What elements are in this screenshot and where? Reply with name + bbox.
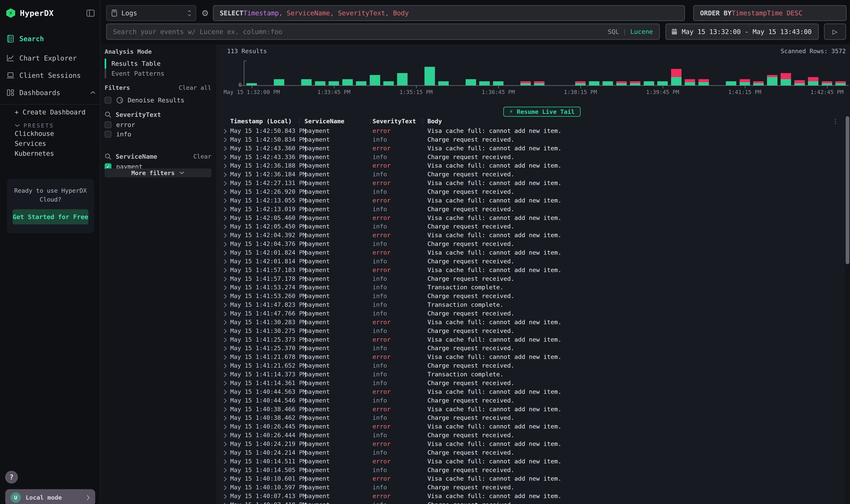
row-expand-chevron-icon[interactable]	[223, 413, 227, 422]
scrollbar-thumb[interactable]	[846, 116, 849, 264]
log-table-row[interactable]: May 15 1:42:01.814 PMpaymentinfoCharge r…	[218, 257, 843, 266]
row-expand-chevron-icon[interactable]	[223, 179, 227, 187]
histogram-bar[interactable]	[479, 81, 490, 86]
histogram-bar[interactable]	[329, 81, 339, 86]
histogram-bar[interactable]	[767, 75, 777, 85]
row-expand-chevron-icon[interactable]	[223, 205, 227, 214]
account-menu[interactable]: U Local mode	[5, 489, 95, 504]
log-table-row[interactable]: May 15 1:41:14.373 PMpaymentinfoTransact…	[218, 370, 843, 379]
histogram-bar[interactable]	[753, 81, 764, 86]
row-expand-chevron-icon[interactable]	[223, 135, 227, 144]
mode-results-table[interactable]: Results Table	[105, 59, 211, 69]
log-table-row[interactable]: May 15 1:40:24.219 PMpaymenterrorVisa ca…	[218, 440, 843, 448]
row-expand-chevron-icon[interactable]	[223, 327, 227, 335]
log-table-row[interactable]: May 15 1:41:21.652 PMpaymentinfoCharge r…	[218, 361, 843, 370]
row-expand-chevron-icon[interactable]	[223, 457, 227, 466]
histogram-bar[interactable]	[315, 81, 325, 86]
log-table-row[interactable]: May 15 1:40:14.505 PMpaymentinfoCharge r…	[218, 466, 843, 474]
sidebar-item-dashboards[interactable]: Dashboards	[6, 87, 96, 98]
histogram-bar[interactable]	[589, 81, 599, 86]
log-table-row[interactable]: May 15 1:41:53.260 PMpaymentinfoCharge r…	[218, 292, 843, 301]
log-table-row[interactable]: May 15 1:40:26.445 PMpaymenterrorVisa ca…	[218, 422, 843, 431]
row-expand-chevron-icon[interactable]	[223, 492, 227, 501]
clear-all-filters-button[interactable]: Clear all	[179, 84, 211, 91]
log-table-row[interactable]: May 15 1:41:30.275 PMpaymentinfoCharge r…	[218, 327, 843, 335]
log-table-row[interactable]: May 15 1:41:21.678 PMpaymenterrorVisa ca…	[218, 353, 843, 361]
row-expand-chevron-icon[interactable]	[223, 266, 227, 274]
row-expand-chevron-icon[interactable]	[223, 309, 227, 318]
results-histogram[interactable]	[245, 61, 848, 85]
row-expand-chevron-icon[interactable]	[223, 144, 227, 153]
log-table-row[interactable]: May 15 1:42:01.824 PMpaymenterrorVisa ca…	[218, 248, 843, 257]
log-table-row[interactable]: May 15 1:42:04.392 PMpaymenterrorVisa ca…	[218, 231, 843, 240]
log-table-row[interactable]: May 15 1:42:13.055 PMpaymenterrorVisa ca…	[218, 196, 843, 205]
row-expand-chevron-icon[interactable]	[223, 388, 227, 396]
row-expand-chevron-icon[interactable]	[223, 153, 227, 161]
row-expand-chevron-icon[interactable]	[223, 422, 227, 431]
histogram-bar[interactable]	[644, 81, 654, 86]
order-by-input[interactable]: ORDER BY TimestampTime DESC	[693, 5, 847, 21]
preset-services[interactable]: Services	[15, 140, 46, 147]
histogram-bar[interactable]	[370, 75, 380, 85]
date-range-picker[interactable]: May 15 13:32:00 - May 15 13:43:00	[666, 23, 819, 40]
sidebar-item-search[interactable]: Search	[6, 34, 96, 44]
histogram-bar[interactable]	[726, 81, 736, 86]
row-expand-chevron-icon[interactable]	[223, 353, 227, 361]
log-table-row[interactable]: May 15 1:42:36.188 PMpaymenterrorVisa ca…	[218, 161, 843, 170]
language-lucene-option[interactable]: Lucene	[630, 28, 653, 35]
log-table-row[interactable]: May 15 1:40:10.601 PMpaymenterrorVisa ca…	[218, 474, 843, 483]
filter-checkbox[interactable]	[105, 121, 111, 128]
row-expand-chevron-icon[interactable]	[223, 257, 227, 266]
row-expand-chevron-icon[interactable]	[223, 474, 227, 483]
row-expand-chevron-icon[interactable]	[223, 187, 227, 196]
histogram-bar[interactable]	[356, 81, 366, 86]
run-query-button[interactable]: ▷	[824, 23, 846, 40]
mode-event-patterns[interactable]: Event Patterns	[105, 69, 211, 78]
preset-kubernetes[interactable]: Kubernetes	[15, 150, 54, 157]
histogram-bar[interactable]	[424, 67, 435, 85]
row-expand-chevron-icon[interactable]	[223, 161, 227, 170]
row-expand-chevron-icon[interactable]	[223, 501, 227, 504]
log-table-row[interactable]: May 15 1:42:05.460 PMpaymenterrorVisa ca…	[218, 214, 843, 222]
histogram-bar[interactable]	[274, 79, 284, 85]
row-expand-chevron-icon[interactable]	[223, 301, 227, 309]
log-table-row[interactable]: May 15 1:40:07.410 PMpaymentinfoCharge r…	[218, 501, 843, 504]
preset-clickhouse[interactable]: Clickhouse	[15, 130, 54, 138]
column-header-body[interactable]: Body	[428, 118, 442, 125]
row-expand-chevron-icon[interactable]	[223, 361, 227, 370]
filter-option-label[interactable]: error	[116, 121, 135, 128]
histogram-bar[interactable]	[602, 81, 613, 86]
histogram-bar[interactable]	[630, 81, 640, 86]
log-table-row[interactable]: May 15 1:42:43.336 PMpaymentinfoCharge r…	[218, 153, 843, 161]
sidebar-item-client-sessions[interactable]: Client Sessions	[6, 70, 96, 80]
sql-select-input[interactable]: SELECT Timestamp, ServiceName, SeverityT…	[213, 5, 685, 21]
histogram-bar[interactable]	[493, 81, 504, 86]
log-table-row[interactable]: May 15 1:40:44.563 PMpaymenterrorVisa ca…	[218, 388, 843, 396]
row-expand-chevron-icon[interactable]	[223, 379, 227, 388]
row-expand-chevron-icon[interactable]	[223, 335, 227, 344]
histogram-bar[interactable]	[822, 81, 832, 86]
column-header-severitytext[interactable]: SeverityText	[373, 118, 416, 125]
histogram-bar[interactable]	[740, 79, 750, 85]
log-table-row[interactable]: May 15 1:42:13.019 PMpaymentinfoCharge r…	[218, 205, 843, 214]
language-sql-option[interactable]: SQL	[608, 28, 619, 35]
log-table-row[interactable]: May 15 1:40:44.546 PMpaymentinfoCharge r…	[218, 396, 843, 405]
filter-option-label[interactable]: info	[116, 131, 131, 138]
log-table-row[interactable]: May 15 1:41:14.361 PMpaymentinfoCharge r…	[218, 379, 843, 388]
log-table-row[interactable]: May 15 1:41:25.373 PMpaymenterrorVisa ca…	[218, 335, 843, 344]
histogram-bar[interactable]	[247, 83, 257, 85]
log-table-row[interactable]: May 15 1:41:57.183 PMpaymenterrorVisa ca…	[218, 266, 843, 274]
log-table-row[interactable]: May 15 1:40:24.214 PMpaymentinfoCharge r…	[218, 448, 843, 457]
source-select[interactable]: Logs	[106, 5, 196, 21]
row-expand-chevron-icon[interactable]	[223, 274, 227, 283]
histogram-bar[interactable]	[520, 81, 531, 86]
more-filters-button[interactable]: More filters	[105, 168, 211, 177]
log-table-row[interactable]: May 15 1:40:10.597 PMpaymentinfoCharge r…	[218, 483, 843, 492]
row-expand-chevron-icon[interactable]	[223, 127, 227, 135]
denoise-checkbox[interactable]	[105, 97, 111, 104]
presets-toggle[interactable]: PRESETS	[15, 122, 54, 129]
histogram-bar[interactable]	[671, 69, 682, 85]
row-expand-chevron-icon[interactable]	[223, 396, 227, 405]
row-expand-chevron-icon[interactable]	[223, 170, 227, 179]
histogram-bar[interactable]	[438, 81, 449, 86]
